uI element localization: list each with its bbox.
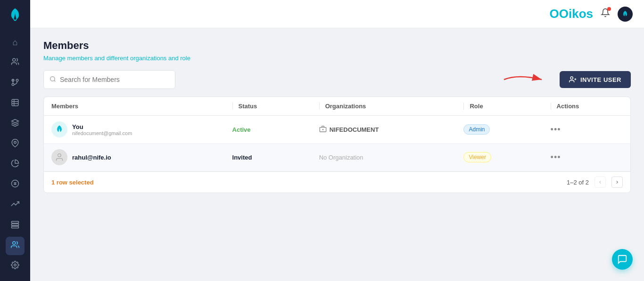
chat-icon [617, 254, 627, 265]
sidebar-item-layers[interactable] [6, 115, 25, 133]
svg-point-27 [58, 154, 61, 157]
next-page-button[interactable] [611, 177, 623, 188]
main-content: OOikos Members Manage members and differ… [30, 0, 644, 281]
status-cell-2: Invited [232, 154, 319, 161]
selected-count-text: 1 row selected [51, 179, 94, 186]
member-name-1: You [72, 123, 132, 130]
sidebar-item-settings[interactable] [6, 257, 25, 275]
table-header: Members Status Organizations Role Action… [44, 97, 630, 116]
invite-user-button[interactable]: INVITE USER [560, 71, 631, 88]
actions-menu-2[interactable]: ••• [551, 153, 561, 162]
selected-label: row selected [55, 179, 93, 186]
settings-icon [11, 261, 19, 272]
content-area: Members Manage members and different org… [30, 28, 644, 281]
sidebar-item-server[interactable] [6, 217, 25, 235]
search-box [43, 70, 175, 89]
sidebar-item-billing[interactable] [6, 176, 25, 194]
notification-bell[interactable] [601, 8, 610, 20]
col-organizations: Organizations [319, 103, 464, 110]
org-name-2: No Organization [319, 154, 363, 161]
col-status: Status [232, 103, 319, 110]
status-cell-1: Active [232, 126, 319, 133]
sidebar-item-home[interactable]: ⌂ [6, 33, 25, 52]
chat-fab-button[interactable] [612, 249, 633, 270]
svg-point-10 [14, 141, 17, 144]
svg-line-19 [54, 80, 56, 81]
home-icon: ⌂ [13, 38, 18, 48]
svg-point-0 [13, 59, 16, 62]
status-active-badge: Active [232, 126, 251, 133]
svg-rect-15 [12, 226, 19, 228]
toolbar: INVITE USER [43, 70, 631, 89]
topbar-right: OOikos [550, 7, 633, 22]
page-subtitle: Manage members and different organizatio… [43, 55, 631, 62]
role-badge-admin: Admin [463, 124, 490, 135]
member-cell-1: You nifedocument@gmail.com [51, 121, 232, 137]
svg-point-17 [14, 264, 17, 266]
sidebar-item-members[interactable] [6, 54, 25, 72]
col-actions: Actions [551, 103, 623, 110]
role-cell-1: Admin [463, 124, 550, 135]
sidebar-item-team[interactable] [6, 237, 25, 255]
member-name-2: rahul@nife.io [72, 154, 111, 161]
sidebar-item-analytics[interactable] [6, 196, 25, 214]
org-name-1: NIFEDOCUMENT [330, 126, 379, 133]
pagination: 1–2 of 2 [567, 177, 623, 188]
team-icon [11, 241, 19, 251]
svg-point-21 [570, 77, 573, 79]
member-info-1: You nifedocument@gmail.com [72, 123, 132, 136]
org-cell-2: No Organization [319, 154, 464, 161]
red-arrow-annotation [499, 71, 556, 88]
svg-point-18 [50, 76, 55, 80]
org-icon-1 [319, 125, 327, 134]
pagination-text: 1–2 of 2 [567, 179, 589, 186]
brand-colored: O [550, 7, 559, 21]
server-icon [11, 220, 19, 231]
invite-user-icon [569, 76, 577, 83]
col-members: Members [51, 103, 232, 110]
svg-point-3 [12, 83, 14, 86]
table-row[interactable]: rahul@nife.io Invited No Organization Vi… [44, 144, 630, 171]
topbar: OOikos [30, 0, 644, 28]
analytics-icon [11, 200, 19, 210]
brand-text: Oikos [559, 7, 593, 21]
invite-button-area: INVITE USER [499, 71, 631, 88]
sidebar-item-location[interactable] [6, 135, 25, 153]
search-icon [50, 76, 56, 84]
table-row[interactable]: You nifedocument@gmail.com Active NIFEDO… [44, 116, 630, 144]
actions-menu-1[interactable]: ••• [551, 125, 561, 134]
search-input[interactable] [60, 76, 169, 83]
location-icon [11, 139, 19, 150]
svg-point-16 [13, 241, 16, 244]
svg-point-2 [16, 79, 18, 81]
member-cell-2: rahul@nife.io [51, 149, 232, 165]
user-avatar[interactable] [618, 7, 633, 22]
svg-marker-9 [12, 119, 19, 123]
svg-rect-5 [12, 99, 18, 106]
col-role: Role [463, 103, 550, 110]
sidebar-logo[interactable] [6, 6, 25, 24]
org-cell-1: NIFEDOCUMENT [319, 125, 464, 134]
sidebar: ⌂ [0, 0, 30, 281]
branches-icon [11, 78, 19, 89]
avatar-1 [51, 121, 67, 137]
page-title: Members [43, 40, 631, 52]
brand-name: OOikos [550, 7, 593, 21]
charts-icon [11, 159, 19, 170]
member-info-2: rahul@nife.io [72, 154, 111, 161]
sidebar-item-tables[interactable] [6, 95, 25, 113]
role-cell-2: Viewer [463, 152, 550, 162]
table-footer: 1 row selected 1–2 of 2 [44, 171, 630, 193]
status-invited-badge: Invited [232, 154, 252, 161]
prev-page-button[interactable] [594, 177, 606, 188]
role-badge-viewer: Viewer [463, 152, 491, 162]
sidebar-item-branches[interactable] [6, 74, 25, 92]
actions-cell-2: ••• [551, 153, 623, 162]
tables-icon [11, 98, 19, 109]
invite-button-label: INVITE USER [580, 76, 621, 83]
svg-rect-13 [12, 221, 19, 223]
member-email-1: nifedocument@gmail.com [72, 130, 132, 136]
sidebar-item-charts[interactable] [6, 155, 25, 174]
members-icon [11, 57, 19, 68]
members-table: Members Status Organizations Role Action… [43, 96, 631, 193]
